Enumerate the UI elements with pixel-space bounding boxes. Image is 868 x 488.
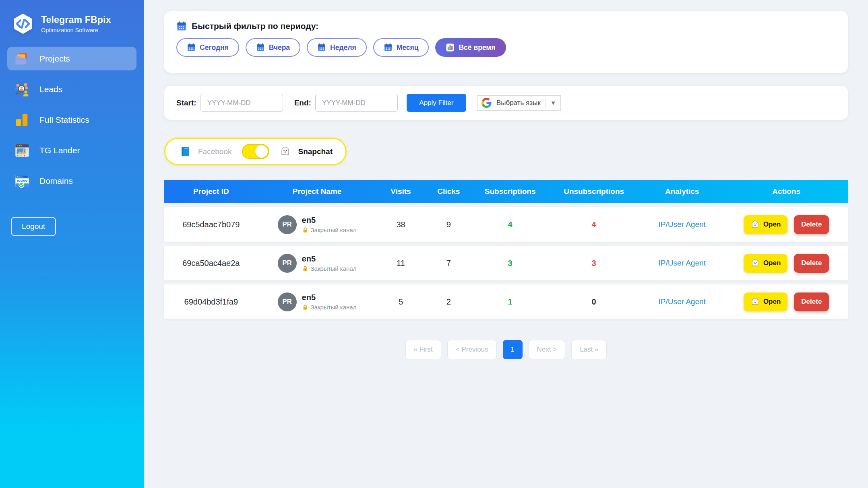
calendar-icon bbox=[256, 43, 265, 52]
sidebar-nav: Projects Leads bbox=[0, 47, 144, 193]
open-button[interactable]: Open bbox=[744, 292, 787, 311]
divider bbox=[546, 99, 546, 107]
project-id: 69c5daac7b079 bbox=[164, 220, 258, 229]
language-selector[interactable]: Выбрать язык ▼ bbox=[477, 95, 561, 111]
sidebar-item-tg-lander[interactable]: TG Lander bbox=[7, 138, 136, 162]
start-date-input[interactable] bbox=[200, 94, 283, 112]
unsubscriptions-value: 4 bbox=[548, 220, 639, 229]
sidebar-item-full-statistics[interactable]: Full Statistics bbox=[7, 108, 136, 132]
brand-title: Telegram FBpix bbox=[41, 14, 111, 25]
start-label: Start: bbox=[176, 99, 196, 107]
lock-icon bbox=[302, 227, 308, 233]
visits-value: 5 bbox=[376, 297, 425, 307]
delete-button[interactable]: Delete bbox=[794, 254, 829, 273]
visits-value: 11 bbox=[376, 259, 425, 268]
pagination-previous-button[interactable]: < Previous bbox=[447, 340, 497, 359]
quick-filter-title: Быстрый фильтр по периоду: bbox=[192, 21, 318, 31]
col-header-project-id: Project ID bbox=[164, 187, 258, 196]
facebook-label: Facebook bbox=[198, 147, 231, 156]
unsubscriptions-value: 0 bbox=[548, 297, 639, 307]
col-header-visits: Visits bbox=[376, 187, 425, 196]
filter-alltime-button[interactable]: Всё время bbox=[435, 38, 506, 57]
bar-stats-icon bbox=[14, 111, 31, 128]
table-header: Project ID Project Name Visits Clicks Su… bbox=[164, 180, 848, 203]
dropdown-arrow-icon: ▼ bbox=[550, 99, 556, 106]
date-filter-panel: Start: End: Apply Filter Выбрать язык ▼ bbox=[164, 86, 848, 120]
pagination: « First < Previous 1 Next > Last » bbox=[164, 340, 848, 359]
calendar-icon bbox=[317, 43, 326, 52]
logout-button[interactable]: Logout bbox=[11, 217, 56, 236]
calendar-icon bbox=[187, 43, 196, 52]
brand: Telegram FBpix Optimization Software bbox=[0, 0, 144, 35]
sidebar-item-leads[interactable]: Leads bbox=[7, 77, 136, 101]
sidebar-item-projects[interactable]: Projects bbox=[7, 47, 136, 70]
clicks-value: 9 bbox=[426, 220, 472, 229]
pagination-page-1-button[interactable]: 1 bbox=[503, 340, 523, 359]
platform-toggle-switch[interactable] bbox=[242, 144, 269, 159]
sidebar: Telegram FBpix Optimization Software Pro… bbox=[0, 0, 144, 488]
col-header-project-name: Project Name bbox=[258, 187, 376, 196]
sidebar-item-label: TG Lander bbox=[39, 146, 80, 155]
sidebar-item-label: Full Statistics bbox=[39, 115, 89, 125]
avatar: PR bbox=[278, 215, 297, 234]
analytics-link[interactable]: IP/User Agent bbox=[659, 297, 706, 306]
delete-button[interactable]: Delete bbox=[794, 292, 829, 311]
lock-icon bbox=[302, 304, 308, 311]
sidebar-item-domains[interactable]: WWW Domains bbox=[7, 169, 136, 193]
subscriptions-value: 3 bbox=[472, 259, 548, 268]
unsubscriptions-value: 3 bbox=[548, 259, 639, 268]
table-row: 69c5daac7b079 PR en5 Закрытый канал 38 9… bbox=[164, 207, 848, 242]
language-label: Выбрать язык bbox=[496, 99, 541, 107]
delete-button[interactable]: Delete bbox=[794, 215, 829, 234]
pagination-last-button[interactable]: Last » bbox=[571, 340, 607, 359]
subscriptions-value: 1 bbox=[472, 297, 548, 307]
open-button[interactable]: Open bbox=[744, 254, 787, 273]
sidebar-item-label: Leads bbox=[39, 84, 62, 94]
avatar: PR bbox=[278, 292, 297, 311]
lock-icon bbox=[302, 266, 308, 272]
sidebar-item-label: Projects bbox=[39, 54, 70, 64]
end-label: End: bbox=[294, 99, 311, 107]
analytics-link[interactable]: IP/User Agent bbox=[659, 259, 706, 268]
table-row: 69ca50ac4ae2a PR en5 Закрытый канал 11 7… bbox=[164, 246, 848, 280]
channel-badge: Закрытый канал bbox=[302, 265, 357, 272]
main-content: Быстрый фильтр по периоду: Сегодня Вчера… bbox=[144, 0, 868, 488]
bar-chart-icon bbox=[446, 43, 455, 52]
browser-image-icon bbox=[14, 142, 31, 159]
ghost-icon bbox=[280, 146, 291, 157]
brand-subtitle: Optimization Software bbox=[41, 27, 111, 33]
end-date-input[interactable] bbox=[315, 94, 398, 112]
channel-badge: Закрытый канал bbox=[302, 226, 357, 233]
project-name: en5 bbox=[302, 254, 357, 264]
platform-toggle-panel: Facebook Snapchat bbox=[164, 138, 347, 165]
google-icon bbox=[482, 98, 492, 108]
apply-filter-button[interactable]: Apply Filter bbox=[407, 94, 466, 112]
filter-today-button[interactable]: Сегодня bbox=[176, 38, 239, 57]
toggle-knob bbox=[255, 145, 268, 158]
svg-text:WWW: WWW bbox=[17, 179, 27, 183]
projects-table: Project ID Project Name Visits Clicks Su… bbox=[164, 180, 848, 319]
pagination-next-button[interactable]: Next > bbox=[529, 340, 566, 359]
quick-filter-panel: Быстрый фильтр по периоду: Сегодня Вчера… bbox=[164, 11, 848, 73]
col-header-analytics: Analytics bbox=[639, 187, 725, 196]
clicks-value: 7 bbox=[426, 259, 472, 268]
quick-filter-buttons: Сегодня Вчера Неделя Месяц Всё время bbox=[176, 38, 836, 57]
filter-week-button[interactable]: Неделя bbox=[307, 38, 367, 57]
filter-month-button[interactable]: Месяц bbox=[373, 38, 429, 57]
project-name: en5 bbox=[302, 293, 357, 302]
pagination-first-button[interactable]: « First bbox=[405, 340, 441, 359]
clicks-value: 2 bbox=[426, 297, 472, 307]
table-row: 69d04bd3f1fa9 PR en5 Закрытый канал 5 2 … bbox=[164, 284, 848, 319]
channel-badge: Закрытый канал bbox=[302, 304, 357, 311]
col-header-unsubscriptions: Unsubscriptions bbox=[548, 187, 639, 196]
filter-yesterday-button[interactable]: Вчера bbox=[246, 38, 300, 57]
col-header-subscriptions: Subscriptions bbox=[472, 187, 548, 196]
ghost-icon bbox=[750, 220, 760, 229]
col-header-actions: Actions bbox=[725, 187, 848, 196]
subscriptions-value: 4 bbox=[472, 220, 548, 229]
open-button[interactable]: Open bbox=[744, 215, 787, 234]
ghost-icon bbox=[750, 297, 760, 307]
leads-search-icon bbox=[14, 81, 31, 98]
analytics-link[interactable]: IP/User Agent bbox=[659, 220, 706, 229]
sidebar-item-label: Domains bbox=[39, 176, 73, 186]
